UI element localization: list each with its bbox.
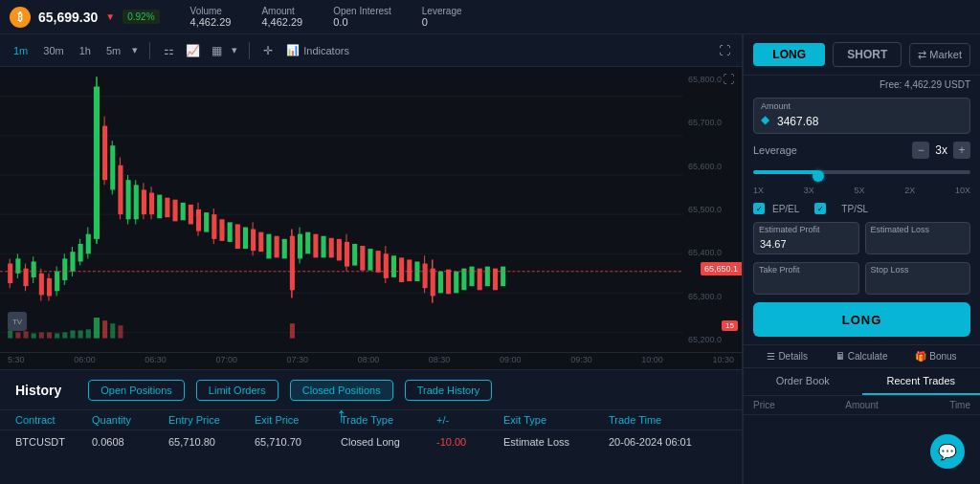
recent-trades-tab[interactable]: Recent Trades — [862, 368, 981, 395]
svg-rect-64 — [282, 239, 287, 259]
stat-volume: Volume 4,462.29 — [190, 6, 232, 28]
est-loss-group: Estimated Loss — [865, 222, 971, 254]
chart-type-icon[interactable]: ⚏ — [162, 42, 176, 59]
timeframe-dropdown[interactable]: ▾ — [132, 44, 138, 56]
price-level-7: 65,200.0 — [688, 335, 738, 344]
svg-rect-103 — [39, 332, 44, 338]
est-profit-label: Estimated Profit — [759, 225, 820, 234]
time-label-2: 06:30 — [145, 355, 167, 367]
trade-history-tab[interactable]: Trade History — [405, 380, 493, 401]
closed-positions-tab[interactable]: Closed Positions — [290, 380, 393, 401]
tp-sl-row: Take Profit Stop Loss — [753, 262, 970, 295]
svg-rect-47 — [172, 200, 177, 222]
estimated-row: Estimated Profit Estimated Loss — [753, 222, 970, 254]
long-action-button[interactable]: LONG — [753, 302, 970, 337]
stat-oi-label: Open Interest — [333, 6, 391, 16]
col-header-pnl: +/- — [436, 414, 503, 426]
tpsl-toggle[interactable]: ✓ — [814, 203, 826, 214]
svg-rect-77 — [360, 246, 365, 271]
chart-time-axis: 5:30 06:00 06:30 07:00 07:30 08:00 08:30… — [0, 352, 742, 369]
svg-rect-104 — [47, 332, 52, 338]
calculate-link[interactable]: 🖩 Calculate — [835, 351, 888, 362]
stop-loss-label: Stop Loss — [871, 265, 909, 275]
row-exit-type: Estimate Loss — [503, 436, 609, 448]
chart-line-icon[interactable]: 📈 — [184, 42, 202, 59]
chart-icon: 📊 — [286, 44, 300, 56]
time-label-3: 07:00 — [215, 355, 237, 367]
svg-rect-41 — [142, 189, 146, 214]
expand-icon[interactable]: ⛶ — [723, 73, 734, 86]
order-form: Amount ◆ Leverage − 3x + — [744, 90, 980, 344]
toolbar-divider-1 — [149, 42, 150, 59]
chart-area: 65,800.0 65,700.0 65,600.0 65,500.0 65,4… — [0, 67, 742, 352]
chart-bar-icon[interactable]: ▦ — [210, 42, 224, 59]
svg-rect-49 — [189, 205, 193, 225]
svg-rect-109 — [86, 329, 91, 338]
details-label: Details — [778, 351, 808, 362]
free-balance-display: Free: 4,462.29 USDT — [744, 76, 980, 90]
time-label-7: 09:00 — [500, 355, 522, 367]
stat-volume-value: 4,462.29 — [190, 16, 232, 28]
chart-section: 1m 30m 1h 5m ▾ ⚏ 📈 ▦ ▾ ✛ 📊 Indicators ⛶ — [0, 34, 743, 484]
leverage-slider[interactable] — [753, 163, 970, 182]
chat-bubble-button[interactable]: 💬 — [930, 434, 965, 469]
stat-open-interest: Open Interest 0.0 — [333, 6, 391, 28]
lev-mark-3x: 3X — [804, 186, 814, 195]
draw-crosshair-icon[interactable]: ✛ — [261, 42, 275, 59]
market-tab-button[interactable]: ⇄ Market — [909, 43, 970, 67]
fullscreen-icon[interactable]: ⛶ — [717, 42, 732, 59]
svg-rect-69 — [305, 232, 310, 254]
diamond-icon: ◆ — [761, 113, 769, 126]
top-bar: ₿ 65,699.30 ▼ 0.92% Volume 4,462.29 Amou… — [0, 0, 980, 34]
price-level-4: 65,500.0 — [688, 205, 738, 214]
epel-label: EP/EL — [772, 204, 799, 214]
stat-leverage: Leverage 0 — [422, 6, 462, 28]
svg-rect-91 — [446, 270, 451, 295]
svg-rect-73 — [337, 239, 342, 261]
svg-rect-84 — [407, 259, 412, 281]
long-tab-button[interactable]: LONG — [753, 43, 825, 66]
col-header-exittype: Exit Type — [503, 414, 609, 426]
leverage-marks: 1X 3X 5X 2X 10X — [753, 186, 970, 195]
btc-logo: ₿ — [10, 7, 31, 28]
leverage-plus-button[interactable]: + — [953, 142, 970, 159]
svg-rect-46 — [165, 198, 169, 218]
svg-rect-113 — [118, 325, 122, 338]
epel-toggle[interactable]: ✓ — [753, 203, 765, 214]
closed-positions-wrapper: Closed Positions ↑ — [290, 380, 393, 401]
timeframe-5m[interactable]: 5m — [102, 43, 124, 58]
timeframe-1m[interactable]: 1m — [10, 43, 32, 58]
svg-rect-72 — [329, 238, 334, 258]
timeframe-1h[interactable]: 1h — [76, 43, 95, 58]
current-price-label: 65,650.1 — [701, 262, 742, 275]
row-trade-type: Closed Long — [341, 436, 436, 448]
slider-thumb[interactable] — [813, 170, 824, 182]
time-label-5: 08:00 — [358, 355, 380, 367]
details-link[interactable]: ☰ Details — [767, 351, 808, 362]
lev-mark-1x: 1X — [753, 186, 764, 195]
indicators-button[interactable]: 📊 Indicators — [286, 44, 349, 56]
tpsl-label: TP/SL — [841, 204, 868, 214]
price-scale: 65,800.0 65,700.0 65,600.0 65,500.0 65,4… — [684, 67, 742, 352]
order-book-tab[interactable]: Order Book — [744, 368, 862, 395]
svg-rect-45 — [157, 195, 162, 219]
svg-rect-62 — [266, 234, 271, 259]
ob-header-row: Price Amount Time — [744, 396, 980, 415]
col-header-exit: Exit Price — [255, 414, 341, 426]
price-level-3: 65,600.0 — [688, 162, 738, 171]
svg-rect-55 — [219, 219, 224, 241]
short-tab-button[interactable]: SHORT — [833, 42, 902, 67]
table-header: Contract Quantity Entry Price Exit Price… — [0, 410, 742, 430]
svg-rect-105 — [55, 333, 59, 338]
open-positions-tab[interactable]: Open Positions — [88, 380, 185, 401]
leverage-header: Leverage − 3x + — [753, 142, 970, 159]
svg-rect-63 — [275, 236, 279, 258]
right-panel: LONG SHORT ⇄ Market Free: 4,462.29 USDT … — [743, 34, 980, 484]
ob-col-time: Time — [898, 400, 970, 410]
limit-orders-tab[interactable]: Limit Orders — [196, 380, 278, 401]
bonus-link[interactable]: 🎁 Bonus — [915, 351, 956, 362]
timeframe-30m[interactable]: 30m — [39, 43, 67, 58]
bonus-icon: 🎁 — [915, 351, 926, 362]
leverage-minus-button[interactable]: − — [912, 142, 929, 159]
stop-loss-group: Stop Loss — [865, 262, 971, 295]
